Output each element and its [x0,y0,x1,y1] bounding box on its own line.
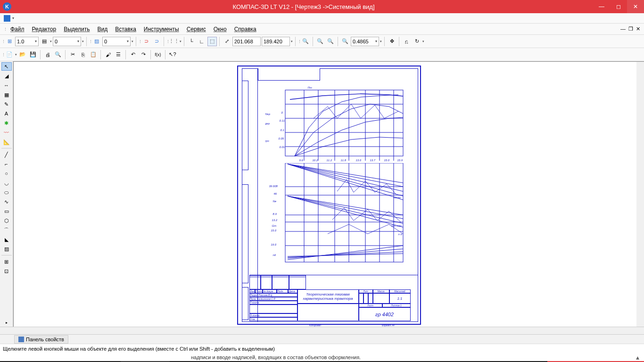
tool-geometry[interactable]: ◢ [1,72,12,80]
coord-x-field[interactable]: 201.068 [232,37,261,46]
new-icon[interactable]: 📄 [5,50,14,59]
statusbar: Щелкните левой кнопкой мыши на объекте д… [0,344,644,353]
work-area: ↖ ◢ ↔ ▦ ✎ A ✱ 〰 📐 ╱ ⌐ ○ ◡ ⬭ ∿ ▭ ⬡ ⌒ ◣ ▨ … [0,61,644,327]
tool-measure[interactable]: 📐 [1,138,12,146]
mdi-minimize[interactable]: — [620,26,626,32]
menu-tools[interactable]: Инструменты [141,25,182,34]
tool-spline[interactable]: 〰 [1,128,12,137]
qa-icon[interactable] [4,15,10,22]
open-icon[interactable]: 📂 [18,50,27,59]
paste-icon[interactable]: 📋 [89,50,98,59]
copy-icon[interactable]: ⎘ [78,50,88,59]
menu-insert[interactable]: Вставка [112,25,139,34]
mdi-close[interactable]: ✕ [636,26,640,32]
magnet-on-icon[interactable]: ⊃ [141,37,151,46]
tool-grid[interactable]: ▦ [1,90,12,99]
properties-icon [18,337,24,342]
hatch-icon[interactable]: ▨ [92,37,101,46]
tool-symbol[interactable]: ✱ [1,119,12,127]
xy-icon[interactable]: ⤢ [222,37,231,46]
properties-tab[interactable]: Панель свойств [14,335,68,344]
menu-file[interactable]: Файл [8,25,27,34]
chart-upper: Пт Nкр gкр ηт 0 0.11 0.1 0.05 0.01 9.6 1… [266,85,408,163]
print-icon[interactable]: 🖨 [43,50,52,59]
zoom-in-icon[interactable]: 🔍 [315,37,325,46]
tool-a2[interactable]: ⊡ [1,267,12,275]
menu-window[interactable]: Окно [211,25,230,34]
tool-chamfer[interactable]: ◣ [1,235,12,244]
titlebar: K КОМПАС-3D LT V12 - [Чертеж3 ->Системны… [0,0,644,13]
tool-line[interactable]: ╱ [1,150,12,159]
zoom-out-icon[interactable]: 🔍 [326,37,335,46]
layer-combo[interactable]: 0▾ [102,37,131,46]
canvas[interactable]: Пт Nкр gкр ηт 0 0.11 0.1 0.05 0.01 9.6 1… [13,61,644,327]
cut-icon[interactable]: ✂ [68,50,77,59]
tool-circle[interactable]: ○ [1,169,12,178]
help-pointer-icon[interactable]: ↖? [168,50,177,59]
properties-panel: Панель свойств [0,334,644,344]
zoom-fit-icon[interactable]: 🔍 [301,37,310,46]
preview-icon[interactable]: 🔍 [53,50,63,59]
tool-hatch[interactable]: ▨ [1,245,12,253]
pan-icon[interactable]: ✥ [387,37,396,46]
hint-text: надписи и вводе надписей, входящих в сос… [191,354,361,360]
ortho-icon[interactable]: └ [187,37,196,46]
horizontal-scrollbar[interactable] [0,327,644,334]
title-block: Изм Лист № докум Подп. Дата Разраб Разги… [249,275,418,322]
redo-icon[interactable]: ↷ [139,50,148,59]
menu-handle[interactable]: ⋮ [4,27,6,31]
tool-dimension[interactable]: ↔ [1,81,12,90]
menu-service[interactable]: Сервис [184,25,209,34]
tool-polyline[interactable]: ⌐ [1,160,12,168]
toolbar-main: ⋮ ⊞ 1.0▾ ▤ ▾ 0▾ ▾ ⋮ ▨ 0▾ ▾ ⋮ ⊃ ⊃ ⋮ ⋮⋮ ▾ … [0,35,644,48]
svg-rect-0 [285,90,403,156]
round-icon[interactable]: ⬚ [207,37,217,46]
tool-fillet[interactable]: ⌒ [1,226,12,234]
menu-bar: ⋮ Файл Редактор Выделить Вид Вставка Инс… [0,24,644,35]
tool-select[interactable]: ↖ [1,62,12,71]
app-icon: K [3,2,11,11]
svg-rect-12 [285,163,403,262]
style-combo[interactable]: 0▾ [53,37,81,46]
zoom-combo[interactable]: 0.4865▾ [351,37,379,46]
snap-icon[interactable]: ⊞ [5,37,14,46]
tool-bezier[interactable]: ∿ [1,197,12,206]
undo-icon[interactable]: ↶ [128,50,138,59]
tool-edit[interactable]: ✎ [1,100,12,108]
grid-icon[interactable]: ⋮⋮ [169,37,179,46]
menu-view[interactable]: Вид [95,25,111,34]
tool-polygon[interactable]: ⬡ [1,216,12,225]
drawing-sheet: Пт Nкр gкр ηт 0 0.11 0.1 0.05 0.01 9.6 1… [237,66,421,325]
menu-help[interactable]: Справка [231,25,259,34]
toolbox-expand[interactable]: ▸ [1,318,12,327]
toolbar-file: ⋮ 📄 ▾ 📂 💾 🖨 🔍 ✂ ⎘ 📋 🖌 ☰ ↶ ↷ f(x) ↖? [0,48,644,61]
tool-ellipse[interactable]: ⬭ [1,188,12,197]
mdi-restore[interactable]: ❐ [628,26,633,32]
view-prev-icon[interactable]: ⎌ [402,37,411,46]
tool-rect[interactable]: ▭ [1,207,12,215]
save-icon[interactable]: 💾 [28,50,38,59]
tool-a1[interactable]: ⊞ [1,257,12,266]
minimize-button[interactable]: — [593,0,610,13]
layer-icon[interactable]: ▤ [40,37,49,46]
line-weight-combo[interactable]: 1.0▾ [15,37,39,46]
brush-icon[interactable]: 🖌 [103,50,113,59]
maximize-button[interactable]: ◻ [610,0,627,13]
chart-lower: 39.008 46 Ne 8.9 13.2 Gт 15.0 19.0 nд Nт… [266,163,408,267]
vertical-scrollbar[interactable] [636,62,644,327]
props-icon[interactable]: ☰ [114,50,123,59]
view-update-icon[interactable]: ↻ [412,37,421,46]
close-button[interactable]: ✕ [627,0,644,13]
quick-access-bar: ▾ [0,13,644,24]
menu-select[interactable]: Выделить [61,25,92,34]
coord-y-field[interactable]: 189.420 [262,37,290,46]
tool-arc[interactable]: ◡ [1,179,12,187]
status-text: Щелкните левой кнопкой мыши на объекте д… [3,346,275,352]
magnet-off-icon[interactable]: ⊃ [152,37,161,46]
tool-text[interactable]: A [1,109,12,118]
menu-edit[interactable]: Редактор [29,25,59,34]
zoom-scale-icon[interactable]: 🔍 [340,37,350,46]
fx-icon[interactable]: f(x) [153,50,163,59]
left-toolbox: ↖ ◢ ↔ ▦ ✎ A ✱ 〰 📐 ╱ ⌐ ○ ◡ ⬭ ∿ ▭ ⬡ ⌒ ◣ ▨ … [0,61,13,327]
coord-icon[interactable]: ∟ [197,37,206,46]
